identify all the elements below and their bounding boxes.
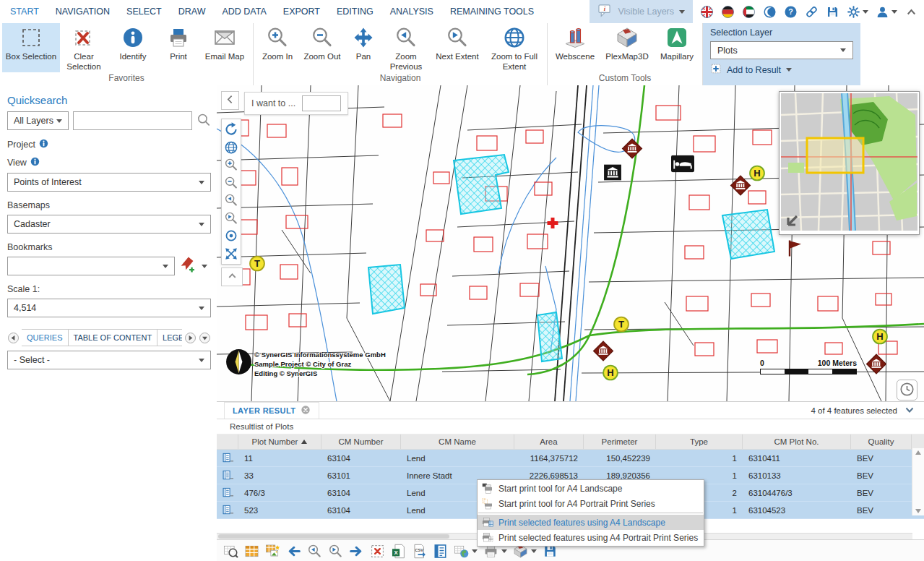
quicksearch-input[interactable] bbox=[73, 111, 192, 130]
row-detail-button[interactable] bbox=[217, 467, 238, 484]
i-want-to-box[interactable]: I want to ... bbox=[244, 92, 348, 115]
pharmacy-marker[interactable] bbox=[546, 217, 559, 232]
museum-marker[interactable] bbox=[621, 137, 644, 163]
row-detail-button[interactable] bbox=[217, 450, 238, 466]
tram-stop-marker[interactable]: T bbox=[249, 255, 266, 274]
overview-map-button[interactable] bbox=[222, 139, 241, 157]
plexmap3d-button[interactable]: PlexMap3D bbox=[600, 23, 654, 72]
help-button[interactable]: ? bbox=[784, 5, 798, 19]
collapse-panel-chevron-icon[interactable] bbox=[904, 404, 915, 417]
scale-select[interactable]: 4,514 bbox=[7, 299, 211, 317]
museum-marker[interactable] bbox=[592, 340, 615, 365]
menu-item-3[interactable]: Print selected features using A4 Portrai… bbox=[478, 530, 704, 545]
zoom-previous-button[interactable]: Zoom Previous bbox=[381, 23, 431, 72]
box-selection-button[interactable]: Box Selection bbox=[2, 23, 60, 72]
identify-button[interactable]: Identify bbox=[108, 23, 158, 72]
user-button[interactable] bbox=[876, 5, 897, 19]
flag-germany-button[interactable] bbox=[721, 5, 735, 19]
row-detail-button[interactable] bbox=[217, 502, 238, 518]
zoom-out-button[interactable]: Zoom Out bbox=[299, 23, 345, 72]
time-slider-button[interactable] bbox=[897, 380, 917, 401]
result-row[interactable]: 1163104Lend1164,375712150,45223916310411… bbox=[217, 450, 924, 467]
export-excel-button[interactable]: X bbox=[391, 544, 406, 559]
museum-marker[interactable] bbox=[865, 353, 888, 378]
zoom-to-full-extent-button[interactable]: Zoom to Full Extent bbox=[484, 23, 545, 72]
previous-record-button[interactable] bbox=[286, 544, 301, 559]
menu-tab-editing[interactable]: EDITING bbox=[335, 5, 375, 18]
bus-stop-marker[interactable]: H bbox=[603, 364, 619, 383]
sidebar-tab-legend[interactable]: LEGEND bbox=[157, 329, 182, 346]
menu-tab-draw[interactable]: DRAW bbox=[177, 5, 207, 18]
column-header-cm-number[interactable]: CM Number bbox=[321, 434, 401, 449]
info-icon[interactable] bbox=[39, 139, 48, 150]
email-map-button[interactable]: Email Map bbox=[199, 23, 251, 72]
column-header-plot-number[interactable]: Plot Number bbox=[238, 434, 321, 449]
i-want-to-input[interactable] bbox=[302, 95, 341, 111]
zoom-out-button[interactable] bbox=[222, 174, 241, 192]
add-to-result-button[interactable]: Add to Result bbox=[710, 63, 853, 77]
clear-result-button[interactable] bbox=[370, 544, 385, 559]
result-table-scrollbar[interactable] bbox=[912, 448, 924, 515]
menu-item-2[interactable]: Print selected features using A4 Landsca… bbox=[478, 515, 704, 530]
menu-item-0[interactable]: Start print tool for A4 Landscape bbox=[478, 481, 704, 496]
save-button[interactable] bbox=[826, 5, 839, 19]
overview-map[interactable] bbox=[779, 91, 920, 235]
pan-button[interactable]: Pan bbox=[345, 23, 381, 72]
layer-result-tab[interactable]: LAYER RESULT bbox=[224, 402, 319, 419]
refresh-map-button[interactable] bbox=[222, 121, 241, 139]
bookmarks-select[interactable] bbox=[7, 257, 175, 275]
export-csv-button[interactable]: CSV bbox=[412, 544, 427, 559]
result-table-button[interactable] bbox=[244, 544, 259, 559]
menu-tab-export[interactable]: EXPORT bbox=[282, 5, 321, 18]
museum-marker[interactable] bbox=[729, 174, 752, 200]
column-header-cm-plot-no-[interactable]: CM Plot No. bbox=[743, 434, 851, 449]
menu-tab-remaining-tools[interactable]: REMAINING TOOLS bbox=[449, 5, 535, 18]
menu-tab-select[interactable]: SELECT bbox=[125, 5, 163, 18]
clear-selection-button[interactable]: Clear Selection bbox=[60, 23, 108, 72]
zoom-previous-result-button[interactable] bbox=[307, 544, 322, 559]
zoom-next-button[interactable] bbox=[222, 210, 241, 228]
menu-tab-analysis[interactable]: ANALYSIS bbox=[389, 5, 435, 18]
bus-stop-marker[interactable]: H bbox=[872, 328, 889, 347]
collapse-map-toolbar-button[interactable] bbox=[221, 267, 243, 286]
flag-marker[interactable] bbox=[787, 239, 803, 260]
print-button[interactable]: Print bbox=[158, 23, 199, 72]
tabs-scroll-left-button[interactable] bbox=[7, 332, 20, 344]
zoom-to-selection-button[interactable] bbox=[223, 544, 238, 559]
tabs-overflow-button[interactable] bbox=[199, 332, 211, 344]
menu-tab-start[interactable]: START bbox=[9, 5, 40, 18]
menu-tab-add-data[interactable]: ADD DATA bbox=[220, 5, 267, 18]
column-header-perimeter[interactable]: Perimeter bbox=[584, 434, 656, 449]
flag-uk-button[interactable] bbox=[700, 5, 714, 19]
zoom-next-result-button[interactable] bbox=[328, 544, 343, 559]
sidebar-tab-queries[interactable]: QUERIES bbox=[22, 329, 69, 346]
link-button[interactable] bbox=[805, 5, 819, 19]
zoom-in-button[interactable]: Zoom In bbox=[256, 23, 299, 72]
send-to-map-button[interactable] bbox=[454, 544, 478, 559]
menu-item-1[interactable]: Start print tool for A4 Portrait Print S… bbox=[478, 496, 704, 511]
selection-layer-select[interactable]: Plots bbox=[710, 41, 853, 59]
tabs-scroll-right-button[interactable] bbox=[184, 332, 197, 344]
webscene-button[interactable]: Webscene bbox=[550, 23, 600, 72]
column-header-type[interactable]: Type bbox=[656, 434, 743, 449]
zoom-full-arrows-button[interactable] bbox=[222, 245, 241, 263]
table-image-button[interactable] bbox=[265, 544, 280, 559]
chevron-down-icon[interactable] bbox=[202, 265, 207, 268]
column-header-cm-name[interactable]: CM Name bbox=[401, 434, 514, 449]
map-viewport[interactable]: TTHHH I want to ... © SynerGIS Informati… bbox=[217, 85, 924, 401]
collapse-sidebar-button[interactable] bbox=[221, 91, 239, 110]
collapse-ribbon-button[interactable] bbox=[904, 5, 918, 19]
view-select[interactable]: Points of Interest bbox=[7, 173, 211, 192]
menu-tab-navigation[interactable]: NAVIGATION bbox=[54, 5, 111, 18]
zoom-in-button[interactable] bbox=[222, 156, 241, 174]
hotel-marker[interactable] bbox=[671, 155, 694, 175]
query-select[interactable]: - Select - bbox=[7, 351, 211, 369]
column-header-quality[interactable]: Quality bbox=[851, 434, 912, 449]
visible-layers-button[interactable]: i Visible Layers bbox=[590, 0, 693, 23]
basemap-select[interactable]: Cadaster bbox=[7, 215, 211, 234]
flag-uae-button[interactable] bbox=[742, 5, 756, 19]
close-icon[interactable] bbox=[301, 405, 311, 416]
center-map-button[interactable] bbox=[222, 227, 241, 245]
search-icon[interactable] bbox=[197, 113, 211, 129]
next-record-button[interactable] bbox=[349, 544, 364, 559]
